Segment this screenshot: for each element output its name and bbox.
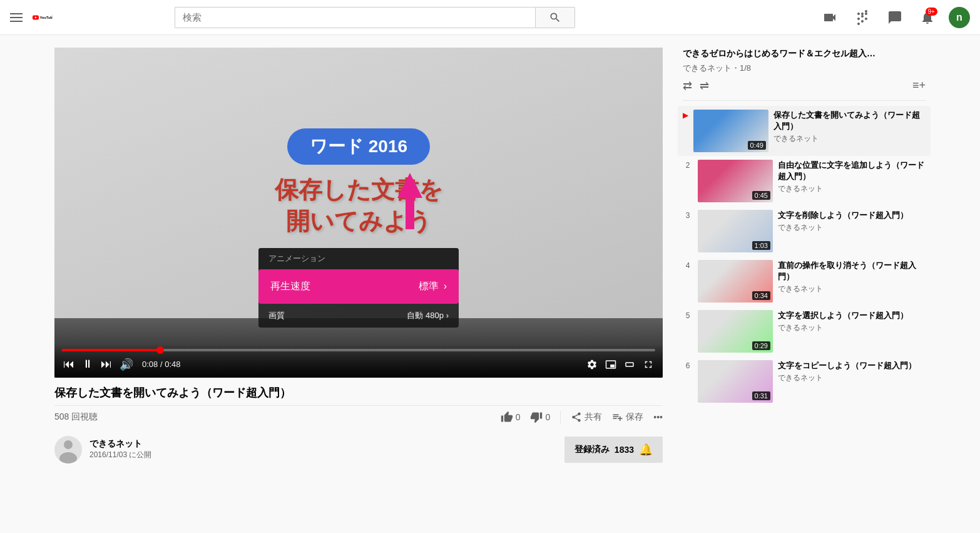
playlist-item-title: 保存した文書を開いてみよう（ワード超入門） xyxy=(773,110,926,132)
arrow-pointer-icon xyxy=(388,173,432,238)
youtube-logo-icon: YouTube JP xyxy=(33,11,53,24)
speed-menu-row[interactable]: 再生速度 標準 › xyxy=(258,269,459,304)
thumb-duration: 0:29 xyxy=(752,341,770,350)
playlist-item-info: 保存した文書を開いてみよう（ワード超入門） できるネット xyxy=(773,110,926,144)
playlist-item-info: 文字を選択しよう（ワード超入門） できるネット xyxy=(778,310,926,333)
settings-button[interactable] xyxy=(585,358,599,371)
playlist-item-info: 文字を削除しよう（ワード超入門） できるネット xyxy=(778,210,926,233)
progress-bar[interactable] xyxy=(62,349,655,351)
playlist-divider xyxy=(683,100,926,101)
playlist-item-title: 自由な位置に文字を追加しよう（ワード超入門） xyxy=(778,160,926,182)
playlist-item[interactable]: 6 0:31 文字をコピーしよう（ワード超入門） できるネット xyxy=(683,356,926,406)
sidebar: できるゼロからはじめるワード＆エクセル超入… できるネット・1/8 ⇄ ⇌ ≡+… xyxy=(678,48,941,471)
notification-bell-icon[interactable]: 9+ xyxy=(916,6,939,29)
quality-value: 自動 480p xyxy=(407,311,444,320)
playlist-thumb: 0:34 xyxy=(698,260,773,303)
channel-name[interactable]: できるネット xyxy=(89,438,564,450)
share-button[interactable]: 共有 xyxy=(571,411,602,423)
theater-mode-button[interactable] xyxy=(623,358,636,371)
playlist-item[interactable]: ▶ 0:49 保存した文書を開いてみよう（ワード超入門） できるネット xyxy=(678,106,931,156)
playlist-thumb: 1:03 xyxy=(698,210,773,252)
video-controls: ⏮ ⏸ ⏭ 🔊 0:08 / 0:48 xyxy=(54,344,663,378)
playlist-item[interactable]: 4 0:34 直前の操作を取り消そう（ワード超入門） できるネット xyxy=(683,256,926,306)
thumbs-up-icon xyxy=(501,411,513,423)
playlist-num: 6 xyxy=(683,360,693,370)
playlist-play-icon: ▶ xyxy=(683,110,688,120)
thumb-duration: 0:31 xyxy=(752,391,770,400)
playlist-item-channel: できるネット xyxy=(778,373,926,383)
skip-forward-button[interactable]: ⏭ xyxy=(100,356,113,372)
search-input[interactable] xyxy=(175,7,535,28)
more-button[interactable]: ••• xyxy=(653,412,663,422)
speed-menu-header: アニメーション xyxy=(258,248,459,269)
search-button[interactable] xyxy=(535,7,575,28)
playlist-item-title: 文字を削除しよう（ワード超入門） xyxy=(778,210,926,221)
playlist-num: 4 xyxy=(683,260,693,270)
logo[interactable]: YouTube JP xyxy=(33,11,53,24)
playlist-queue-button[interactable]: ≡+ xyxy=(912,79,926,92)
dislike-button[interactable]: 0 xyxy=(530,411,550,423)
header-right: 9+ n xyxy=(819,6,970,29)
thumb-duration: 0:49 xyxy=(748,141,766,150)
skip-back-button[interactable]: ⏮ xyxy=(62,356,76,372)
playlist-shuffle-button[interactable]: ⇌ xyxy=(700,79,709,93)
notification-badge: 9+ xyxy=(926,8,937,16)
playlist-item-channel: できるネット xyxy=(778,323,926,333)
channel-date: 2016/11/03 に公開 xyxy=(89,450,564,460)
view-count: 508 回視聴 xyxy=(54,411,98,423)
subscribe-button[interactable]: 登録済み 1833 🔔 xyxy=(564,437,663,463)
save-button[interactable]: 保存 xyxy=(612,411,643,423)
playlist-num: 5 xyxy=(683,310,693,320)
channel-row: できるネット 2016/11/03 に公開 登録済み 1833 🔔 xyxy=(54,436,663,471)
speed-menu-overlay: アニメーション 再生速度 標準 › 画質 自動 480 xyxy=(258,248,459,328)
playlist-item-channel: できるネット xyxy=(778,222,926,233)
playlist-item-title: 文字をコピーしよう（ワード超入門） xyxy=(778,360,926,371)
svg-point-6 xyxy=(64,440,73,449)
playlist-item[interactable]: 2 0:45 自由な位置に文字を追加しよう（ワード超入門） できるネット xyxy=(683,156,926,206)
playlist-header: できるゼロからはじめるワード＆エクセル超入… できるネット・1/8 ⇄ ⇌ ≡+ xyxy=(683,48,926,93)
controls-right xyxy=(585,358,655,371)
time-display: 0:08 / 0:48 xyxy=(142,360,180,369)
channel-info: できるネット 2016/11/03 に公開 xyxy=(89,438,564,460)
playlist-thumb: 0:29 xyxy=(698,310,773,353)
playlist-num: 2 xyxy=(683,160,693,170)
playlist-item-info: 文字をコピーしよう（ワード超入門） できるネット xyxy=(778,360,926,383)
playlist-item-info: 直前の操作を取り消そう（ワード超入門） できるネット xyxy=(778,260,926,294)
playlist-item[interactable]: 5 0:29 文字を選択しよう（ワード超入門） できるネット xyxy=(683,306,926,356)
video-camera-icon[interactable] xyxy=(819,6,841,29)
playlist-items: ▶ 0:49 保存した文書を開いてみよう（ワード超入門） できるネット 2 0:… xyxy=(683,106,926,406)
video-info: 保存した文書を開いてみよう（ワード超入門） 508 回視聴 0 0 xyxy=(54,385,663,471)
apps-grid-icon[interactable] xyxy=(851,6,874,29)
fullscreen-button[interactable] xyxy=(641,358,655,371)
fullscreen-icon xyxy=(643,359,654,370)
settings-icon xyxy=(586,359,598,370)
controls-row: ⏮ ⏸ ⏭ 🔊 0:08 / 0:48 xyxy=(62,356,655,373)
miniplayer-icon xyxy=(605,359,616,370)
chat-icon[interactable] xyxy=(884,6,906,29)
theater-icon xyxy=(624,359,635,370)
speed-menu: アニメーション 再生速度 標準 › 画質 自動 480 xyxy=(258,248,459,328)
thumb-duration: 0:34 xyxy=(752,291,770,300)
progress-fill xyxy=(62,349,161,351)
channel-avatar[interactable] xyxy=(54,436,82,463)
miniplayer-button[interactable] xyxy=(604,358,618,371)
hamburger-menu[interactable] xyxy=(10,13,23,22)
header: YouTube JP xyxy=(0,0,980,35)
playlist-item[interactable]: 3 1:03 文字を削除しよう（ワード超入門） できるネット xyxy=(683,206,926,256)
video-player[interactable]: ワード 2016 保存した文書を 開いてみよう ア xyxy=(54,48,663,378)
playlist-item-channel: できるネット xyxy=(778,184,926,194)
playlist-ctrl-left: ⇄ ⇌ xyxy=(683,79,709,93)
video-title: 保存した文書を開いてみよう（ワード超入門） xyxy=(54,385,663,400)
playlist-item-channel: できるネット xyxy=(778,284,926,294)
pause-button[interactable]: ⏸ xyxy=(81,356,94,372)
video-meta-row: 508 回視聴 0 0 xyxy=(54,405,663,428)
playlist-num: 3 xyxy=(683,210,693,220)
speed-menu-quality-row[interactable]: 画質 自動 480p › xyxy=(258,304,459,328)
action-divider xyxy=(560,411,561,423)
like-button[interactable]: 0 xyxy=(501,411,521,423)
playlist-item-channel: できるネット xyxy=(773,133,926,144)
playlist-loop-button[interactable]: ⇄ xyxy=(683,79,692,93)
user-avatar[interactable]: n xyxy=(949,7,970,28)
volume-button[interactable]: 🔊 xyxy=(118,356,135,373)
share-icon xyxy=(571,411,582,423)
